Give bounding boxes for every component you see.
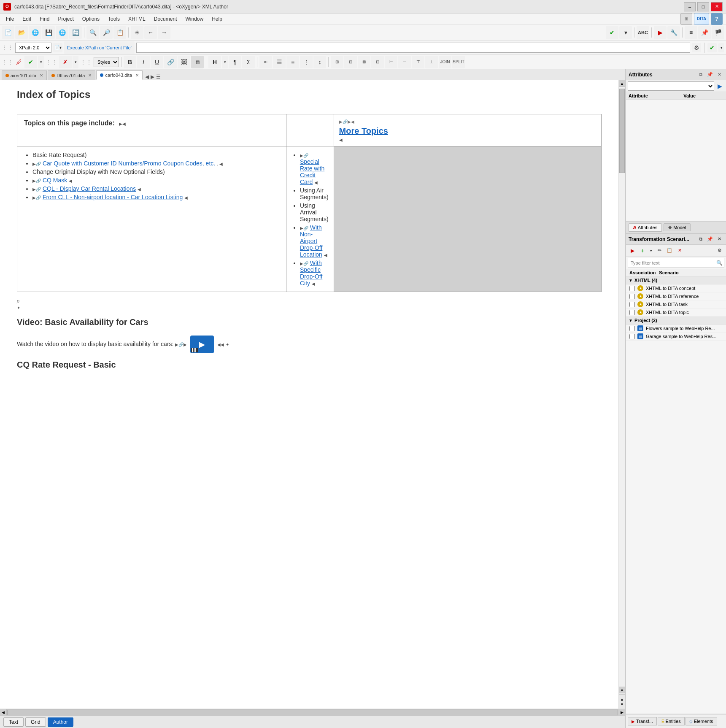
list2-link-0[interactable]: Special Rate with Credit Card (300, 158, 324, 185)
menu-find[interactable]: Find (35, 15, 54, 23)
bottom-panel-entities-btn[interactable]: E Entities (658, 717, 685, 725)
attr-tab-attributes[interactable]: a Attributes (629, 223, 662, 232)
paragraph-button[interactable]: ¶ (229, 56, 241, 68)
table-col-button[interactable]: ⊠ (358, 56, 370, 68)
table-split-button[interactable]: SPLIT (452, 56, 465, 68)
attr-close-button[interactable]: ✕ (715, 71, 723, 78)
tab-airer101[interactable]: airer101.dita ✕ (2, 70, 47, 80)
editor-content[interactable]: Index of Topics Topics on this page incl… (0, 80, 618, 709)
table-more3-button[interactable]: ⊥ (425, 56, 438, 68)
xpath-settings-button[interactable]: ⚙ (692, 43, 701, 52)
transform-check-1[interactable] (629, 294, 635, 299)
transform-check-0[interactable] (629, 286, 635, 291)
transform-run-button[interactable]: ▶ (654, 26, 667, 39)
new-file-button[interactable]: 📄 (2, 26, 14, 39)
list-link-5[interactable]: From CLL - Non-airport location - Car Lo… (43, 194, 183, 200)
media-button[interactable]: ▤ (191, 56, 204, 68)
bottom-panel-transf-btn[interactable]: ▶ Transf... (628, 717, 657, 725)
tab-nav-forward[interactable]: ▶ (151, 74, 154, 80)
attr-dropdown[interactable] (628, 81, 714, 91)
hscroll-thumb[interactable] (7, 709, 618, 715)
menu-tools[interactable]: Tools (104, 15, 124, 23)
layout-icon[interactable]: ⊞ (680, 13, 692, 25)
menu-file[interactable]: File (2, 15, 18, 23)
open-file-button[interactable]: 📂 (15, 26, 28, 39)
sort-button[interactable]: ↕ (313, 56, 326, 68)
table-option-button[interactable]: ⊡ (371, 56, 384, 68)
reject-button[interactable]: ✗ (59, 56, 72, 68)
xpath-input[interactable] (136, 43, 690, 53)
topics-expand-arrow[interactable]: ▶◀ (119, 122, 126, 126)
table-button[interactable]: ⊞ (331, 56, 343, 68)
menu-xhtml[interactable]: XHTML (124, 15, 150, 23)
pin2-button[interactable]: 🏴 (712, 26, 724, 39)
sum-button[interactable]: Σ (242, 56, 255, 68)
heading-button[interactable]: H (208, 56, 221, 68)
tab-nav-back[interactable]: ◀ (145, 74, 149, 80)
heading-dropdown[interactable]: ▾ (222, 56, 228, 68)
status-author-button[interactable]: Author (48, 717, 73, 727)
number-list-button[interactable]: ≡ (286, 56, 299, 68)
validate-button[interactable]: ✔ (606, 26, 618, 39)
copy-button[interactable]: 📋 (113, 26, 126, 39)
transform-copy-btn[interactable]: 📋 (665, 246, 674, 255)
restore-button[interactable]: □ (697, 2, 709, 11)
transform-dropdown-btn[interactable]: ▾ (648, 246, 654, 255)
attr-tab-model[interactable]: ◆ Model (664, 223, 691, 231)
reject-dropdown[interactable]: ▾ (73, 56, 78, 68)
tab-nav-menu[interactable]: ☰ (156, 74, 161, 80)
italic-button[interactable]: I (137, 56, 150, 68)
table-row-button[interactable]: ⊟ (344, 56, 357, 68)
table-join-button[interactable]: JOIN (439, 56, 451, 68)
close-button[interactable]: ✕ (711, 2, 723, 11)
spellcheck-button[interactable]: ABC (637, 26, 649, 39)
menu-window[interactable]: Window (181, 15, 208, 23)
check-dropdown[interactable]: ▾ (38, 56, 44, 68)
validate-btn2[interactable]: ✔ (707, 43, 717, 52)
attr-action-button[interactable]: ▶ (715, 81, 724, 91)
transform-restore-button[interactable]: ⧉ (696, 235, 705, 243)
transform-add-btn[interactable]: + (638, 246, 647, 255)
scroll-up-arrow[interactable]: ▲ (619, 80, 625, 87)
transform-delete-btn[interactable]: ✕ (675, 246, 684, 255)
tab-close-dttlov701[interactable]: ✕ (88, 73, 92, 78)
save-button[interactable]: 💾 (42, 26, 55, 39)
status-text-button[interactable]: Text (3, 717, 24, 727)
xpath-file-button[interactable]: 📄▾ (53, 43, 62, 52)
scroll-bottom-controls[interactable]: ▲ ▼ (619, 694, 625, 709)
hscroll-left[interactable]: ◀ (0, 709, 7, 716)
link-button[interactable]: 🔗 (164, 56, 177, 68)
table-more1-button[interactable]: ⊣ (398, 56, 411, 68)
search-replace-button[interactable]: 🔎 (100, 26, 113, 39)
list-link-3[interactable]: CQ Mask (43, 177, 67, 184)
hscroll-right[interactable]: ▶ (618, 709, 625, 716)
transform-config-button[interactable]: 🔧 (667, 26, 680, 39)
scroll-up-small[interactable]: ▲ (620, 697, 624, 701)
attr-pin-button[interactable]: 📌 (706, 71, 714, 78)
transform-check-2[interactable] (629, 302, 635, 307)
editor-scrollbar[interactable]: ▲ ▼ ▲ ▼ (618, 80, 625, 709)
underline-button[interactable]: U (151, 56, 163, 68)
minimize-button[interactable]: – (684, 2, 696, 11)
attr-restore-button[interactable]: ⧉ (696, 71, 705, 78)
bottom-panel-elements-btn[interactable]: ◇ Elements (686, 717, 717, 725)
transform-edit-btn[interactable]: ✏ (655, 246, 664, 255)
menu-help[interactable]: Help (208, 15, 227, 23)
bold-button[interactable]: B (124, 56, 136, 68)
transform-group-project[interactable]: ▼ Project (2) (626, 317, 726, 325)
table-more2-button[interactable]: ⊤ (412, 56, 424, 68)
xpath-execute-btn[interactable]: Execute XPath on 'Current File' (64, 41, 135, 54)
align-button[interactable]: ≡ (685, 26, 697, 39)
menu-edit[interactable]: Edit (18, 15, 35, 23)
menu-project[interactable]: Project (54, 15, 78, 23)
scroll-down-small[interactable]: ▼ (620, 702, 624, 706)
horizontal-scrollbar[interactable]: ◀ ▶ (0, 709, 625, 715)
more-topics-link[interactable]: More Topics (339, 126, 596, 136)
transform-pin-button[interactable]: 📌 (706, 235, 714, 243)
tab-carfo043[interactable]: carfo043.dita ✕ (96, 70, 143, 80)
scroll-down-arrow[interactable]: ▼ (619, 687, 625, 693)
tab-close-airer101[interactable]: ✕ (40, 73, 43, 78)
indent-less-button[interactable]: ⇤ (259, 56, 272, 68)
asterisk-button[interactable]: ✳ (131, 26, 143, 39)
pin-button[interactable]: 📌 (698, 26, 711, 39)
